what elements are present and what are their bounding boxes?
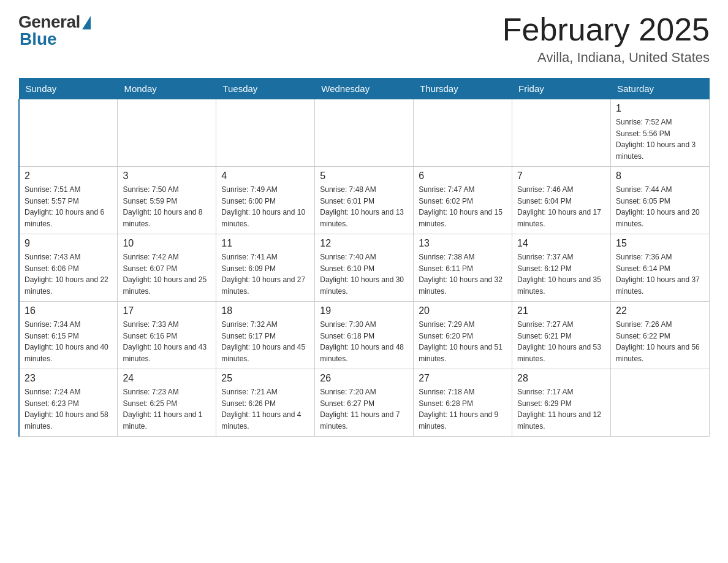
day-info: Sunrise: 7:23 AM Sunset: 6:25 PM Dayligh… [123, 386, 211, 432]
calendar-cell: 6Sunrise: 7:47 AM Sunset: 6:02 PM Daylig… [414, 167, 512, 234]
day-info: Sunrise: 7:34 AM Sunset: 6:15 PM Dayligh… [25, 319, 112, 364]
calendar-body: 1Sunrise: 7:52 AM Sunset: 5:56 PM Daylig… [19, 99, 710, 437]
day-number: 2 [25, 170, 112, 182]
calendar-cell: 24Sunrise: 7:23 AM Sunset: 6:25 PM Dayli… [118, 369, 216, 437]
calendar-cell: 12Sunrise: 7:40 AM Sunset: 6:10 PM Dayli… [315, 234, 414, 302]
day-info: Sunrise: 7:36 AM Sunset: 6:14 PM Dayligh… [616, 251, 704, 297]
day-number: 28 [517, 373, 605, 384]
calendar-cell: 28Sunrise: 7:17 AM Sunset: 6:29 PM Dayli… [512, 369, 611, 437]
day-info: Sunrise: 7:18 AM Sunset: 6:28 PM Dayligh… [419, 386, 507, 432]
calendar-cell: 10Sunrise: 7:42 AM Sunset: 6:07 PM Dayli… [118, 234, 216, 302]
day-info: Sunrise: 7:51 AM Sunset: 5:57 PM Dayligh… [25, 184, 112, 229]
calendar-cell [414, 99, 512, 167]
calendar-cell: 2Sunrise: 7:51 AM Sunset: 5:57 PM Daylig… [19, 167, 118, 234]
day-number: 19 [320, 305, 408, 316]
calendar-cell: 23Sunrise: 7:24 AM Sunset: 6:23 PM Dayli… [19, 369, 118, 437]
calendar-cell: 18Sunrise: 7:32 AM Sunset: 6:17 PM Dayli… [216, 302, 315, 369]
calendar-cell: 25Sunrise: 7:21 AM Sunset: 6:26 PM Dayli… [216, 369, 315, 437]
day-info: Sunrise: 7:20 AM Sunset: 6:27 PM Dayligh… [320, 386, 408, 432]
calendar-cell: 22Sunrise: 7:26 AM Sunset: 6:22 PM Dayli… [611, 302, 710, 369]
day-info: Sunrise: 7:29 AM Sunset: 6:20 PM Dayligh… [419, 319, 507, 364]
calendar-week-row: 9Sunrise: 7:43 AM Sunset: 6:06 PM Daylig… [19, 234, 710, 302]
calendar-cell: 14Sunrise: 7:37 AM Sunset: 6:12 PM Dayli… [512, 234, 611, 302]
day-info: Sunrise: 7:38 AM Sunset: 6:11 PM Dayligh… [419, 251, 507, 297]
day-info: Sunrise: 7:47 AM Sunset: 6:02 PM Dayligh… [419, 184, 507, 229]
day-info: Sunrise: 7:44 AM Sunset: 6:05 PM Dayligh… [616, 184, 704, 229]
day-info: Sunrise: 7:21 AM Sunset: 6:26 PM Dayligh… [221, 386, 309, 432]
day-number: 16 [25, 305, 112, 316]
calendar-cell [19, 99, 118, 167]
day-info: Sunrise: 7:40 AM Sunset: 6:10 PM Dayligh… [320, 251, 408, 297]
day-number: 20 [419, 305, 507, 316]
day-info: Sunrise: 7:46 AM Sunset: 6:04 PM Dayligh… [517, 184, 605, 229]
day-number: 5 [320, 170, 408, 182]
calendar-cell: 11Sunrise: 7:41 AM Sunset: 6:09 PM Dayli… [216, 234, 315, 302]
calendar-cell: 9Sunrise: 7:43 AM Sunset: 6:06 PM Daylig… [19, 234, 118, 302]
calendar-cell: 3Sunrise: 7:50 AM Sunset: 5:59 PM Daylig… [118, 167, 216, 234]
day-number: 14 [517, 238, 605, 249]
calendar-cell [118, 99, 216, 167]
day-info: Sunrise: 7:24 AM Sunset: 6:23 PM Dayligh… [25, 386, 112, 432]
logo: General Blue [18, 12, 91, 49]
day-info: Sunrise: 7:48 AM Sunset: 6:01 PM Dayligh… [320, 184, 408, 229]
days-of-week-row: SundayMondayTuesdayWednesdayThursdayFrid… [19, 79, 710, 99]
day-number: 13 [419, 238, 507, 249]
day-number: 15 [616, 238, 704, 249]
day-number: 18 [221, 305, 309, 316]
calendar-table: SundayMondayTuesdayWednesdayThursdayFrid… [18, 78, 710, 437]
day-info: Sunrise: 7:17 AM Sunset: 6:29 PM Dayligh… [517, 386, 605, 432]
day-number: 3 [123, 170, 211, 182]
day-info: Sunrise: 7:49 AM Sunset: 6:00 PM Dayligh… [221, 184, 309, 229]
day-number: 1 [616, 103, 704, 114]
day-of-week-header: Sunday [19, 79, 118, 99]
day-of-week-header: Thursday [414, 79, 512, 99]
calendar-cell [611, 369, 710, 437]
day-number: 11 [221, 238, 309, 249]
calendar-week-row: 1Sunrise: 7:52 AM Sunset: 5:56 PM Daylig… [19, 99, 710, 167]
calendar-cell: 27Sunrise: 7:18 AM Sunset: 6:28 PM Dayli… [414, 369, 512, 437]
day-info: Sunrise: 7:43 AM Sunset: 6:06 PM Dayligh… [25, 251, 112, 297]
day-number: 25 [221, 373, 309, 384]
day-info: Sunrise: 7:37 AM Sunset: 6:12 PM Dayligh… [517, 251, 605, 297]
calendar-subtitle: Avilla, Indiana, United States [502, 50, 710, 66]
header: General Blue February 2025 Avilla, India… [18, 12, 710, 66]
day-info: Sunrise: 7:41 AM Sunset: 6:09 PM Dayligh… [221, 251, 309, 297]
day-number: 17 [123, 305, 211, 316]
day-info: Sunrise: 7:27 AM Sunset: 6:21 PM Dayligh… [517, 319, 605, 364]
calendar-cell: 4Sunrise: 7:49 AM Sunset: 6:00 PM Daylig… [216, 167, 315, 234]
day-number: 12 [320, 238, 408, 249]
day-of-week-header: Monday [118, 79, 216, 99]
calendar-cell: 19Sunrise: 7:30 AM Sunset: 6:18 PM Dayli… [315, 302, 414, 369]
day-number: 7 [517, 170, 605, 182]
calendar-cell: 15Sunrise: 7:36 AM Sunset: 6:14 PM Dayli… [611, 234, 710, 302]
day-number: 10 [123, 238, 211, 249]
day-number: 4 [221, 170, 309, 182]
day-number: 21 [517, 305, 605, 316]
day-of-week-header: Wednesday [315, 79, 414, 99]
day-of-week-header: Friday [512, 79, 611, 99]
calendar-cell: 13Sunrise: 7:38 AM Sunset: 6:11 PM Dayli… [414, 234, 512, 302]
day-number: 9 [25, 238, 112, 249]
day-info: Sunrise: 7:32 AM Sunset: 6:17 PM Dayligh… [221, 319, 309, 364]
calendar-cell: 8Sunrise: 7:44 AM Sunset: 6:05 PM Daylig… [611, 167, 710, 234]
day-info: Sunrise: 7:42 AM Sunset: 6:07 PM Dayligh… [123, 251, 211, 297]
day-number: 27 [419, 373, 507, 384]
calendar-cell: 21Sunrise: 7:27 AM Sunset: 6:21 PM Dayli… [512, 302, 611, 369]
day-info: Sunrise: 7:26 AM Sunset: 6:22 PM Dayligh… [616, 319, 704, 364]
day-info: Sunrise: 7:52 AM Sunset: 5:56 PM Dayligh… [616, 117, 704, 162]
day-number: 26 [320, 373, 408, 384]
day-number: 6 [419, 170, 507, 182]
calendar-week-row: 2Sunrise: 7:51 AM Sunset: 5:57 PM Daylig… [19, 167, 710, 234]
calendar-week-row: 16Sunrise: 7:34 AM Sunset: 6:15 PM Dayli… [19, 302, 710, 369]
calendar-week-row: 23Sunrise: 7:24 AM Sunset: 6:23 PM Dayli… [19, 369, 710, 437]
calendar-cell [512, 99, 611, 167]
title-section: February 2025 Avilla, Indiana, United St… [502, 12, 710, 66]
calendar-cell [315, 99, 414, 167]
day-info: Sunrise: 7:30 AM Sunset: 6:18 PM Dayligh… [320, 319, 408, 364]
day-number: 23 [25, 373, 112, 384]
day-of-week-header: Saturday [611, 79, 710, 99]
calendar-cell: 20Sunrise: 7:29 AM Sunset: 6:20 PM Dayli… [414, 302, 512, 369]
day-number: 8 [616, 170, 704, 182]
calendar-cell [216, 99, 315, 167]
calendar-title: February 2025 [502, 12, 710, 47]
